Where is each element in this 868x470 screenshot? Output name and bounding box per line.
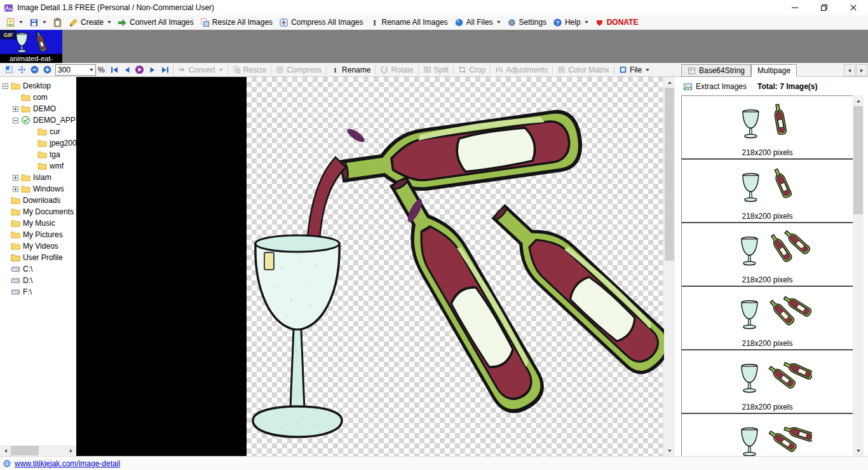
file-button[interactable]: File — [616, 64, 653, 76]
transparency-checker-area — [247, 77, 664, 456]
website-link[interactable]: www.titikjejak.com/image-detail — [15, 459, 120, 468]
tab-multipage[interactable]: Multipage — [751, 64, 797, 77]
tree-item-drive-d[interactable]: D:\ — [0, 275, 76, 286]
select-tool-button[interactable] — [3, 64, 15, 76]
frame-thumbnail — [723, 161, 812, 212]
expand-box-icon[interactable] — [13, 106, 18, 112]
play-button[interactable] — [133, 64, 146, 76]
tree-label: DEMO — [33, 104, 56, 113]
help-button[interactable]: ? Help — [550, 16, 592, 29]
scroll-up-arrow[interactable] — [664, 77, 675, 88]
tab-base64string[interactable]: Base64String — [681, 64, 751, 77]
tree-item-com[interactable]: com — [0, 92, 76, 103]
zoom-percent-label: % — [98, 66, 105, 74]
tree-item-tga[interactable]: tga — [0, 149, 76, 160]
tree-item-demo[interactable]: DEMO — [0, 103, 76, 114]
tree-item-demo-app[interactable]: DEMO_APP — [0, 114, 76, 126]
scrollbar-thumb[interactable] — [665, 88, 674, 261]
new-image-button[interactable] — [3, 16, 26, 29]
fit-view-button[interactable] — [15, 64, 28, 76]
donate-button[interactable]: DONATE — [592, 16, 642, 29]
create-button[interactable]: Create — [65, 16, 114, 29]
tree-horizontal-scrollbar[interactable] — [0, 445, 76, 456]
next-frame-button[interactable] — [146, 64, 159, 76]
list-item-frame-4[interactable]: 218x200 pixels — [682, 287, 853, 350]
list-item-frame-5[interactable]: 218x200 pixels — [682, 350, 853, 414]
collapse-box-icon[interactable] — [13, 118, 18, 123]
image-canvas[interactable] — [76, 77, 664, 456]
list-item-frame-2[interactable]: 218x200 pixels — [682, 160, 853, 223]
list-item-frame-1[interactable]: 218x200 pixels — [682, 96, 853, 160]
scroll-right-arrow[interactable] — [65, 445, 76, 456]
folder-icon — [11, 242, 20, 251]
zoom-value-combobox[interactable]: 300 — [55, 64, 96, 76]
tree-item-user-profile[interactable]: User Profile — [0, 252, 76, 263]
tree-item-wmf[interactable]: wmf — [0, 160, 76, 172]
tree-label: My Documents — [23, 207, 74, 216]
settings-button[interactable]: Settings — [504, 16, 550, 29]
tree-item-my-videos[interactable]: My Videos — [0, 240, 76, 252]
rename-ibeam-icon: I — [370, 18, 379, 27]
tree-item-windows[interactable]: Windows — [0, 183, 76, 195]
filmstrip-selected-thumbnail[interactable]: GIF animated-eat- — [0, 30, 62, 63]
rename-all-button[interactable]: I Rename All Images — [367, 16, 451, 29]
color-matrix-button: Color Matrix — [554, 64, 613, 76]
svg-text:I: I — [372, 18, 376, 27]
paste-button[interactable] — [50, 16, 65, 29]
collapse-box-icon[interactable] — [3, 83, 8, 89]
list-item-frame-3[interactable]: 218x200 pixels — [682, 223, 853, 287]
split-label: Split — [434, 66, 449, 74]
dropdown-caret — [497, 21, 501, 24]
scroll-left-arrow[interactable] — [0, 445, 11, 456]
all-files-button[interactable]: All Files — [451, 16, 504, 29]
status-bar: www.titikjejak.com/image-detail — [0, 456, 868, 470]
close-button[interactable] — [839, 0, 868, 15]
tree-item-jpeg2000[interactable]: jpeg2000 — [0, 137, 76, 149]
pan-arrows-icon — [18, 66, 26, 74]
minimize-button[interactable] — [780, 0, 810, 15]
scroll-up-arrow[interactable] — [853, 95, 864, 106]
adjustments-label: Adjustments — [506, 66, 548, 74]
tab-scroll-left-button[interactable] — [844, 64, 855, 76]
tree-item-drive-c[interactable]: C:\ — [0, 263, 76, 275]
canvas-vertical-scrollbar[interactable] — [664, 77, 675, 456]
zoom-in-button[interactable] — [41, 64, 53, 76]
tab-base64string-label: Base64String — [699, 66, 745, 75]
tree-label: cur — [50, 127, 60, 136]
compress-all-button[interactable]: Compress All Images — [276, 16, 366, 29]
resize-all-button[interactable]: Resize All Images — [197, 16, 276, 29]
list-item-frame-6[interactable]: 218x200 pixels — [682, 414, 853, 456]
expand-box-icon[interactable] — [13, 186, 18, 192]
skip-last-icon — [161, 66, 170, 74]
last-frame-button[interactable] — [159, 64, 172, 76]
tree-item-my-pictures[interactable]: My Pictures — [0, 229, 76, 240]
folder-icon — [11, 219, 20, 228]
restore-button[interactable] — [810, 0, 839, 15]
extract-images-button[interactable]: Extract Images — [681, 81, 749, 92]
frame-size-label: 218x200 pixels — [742, 212, 792, 221]
convert-all-button[interactable]: Convert All Images — [114, 16, 197, 29]
scroll-down-arrow[interactable] — [853, 445, 864, 456]
rename-button[interactable]: I Rename — [328, 64, 374, 76]
tree-item-cur[interactable]: cur — [0, 126, 76, 137]
list-vertical-scrollbar[interactable] — [853, 95, 864, 456]
scroll-down-arrow[interactable] — [664, 445, 675, 456]
resize-icon — [200, 18, 210, 27]
tree-item-islam[interactable]: Islam — [0, 172, 76, 183]
expand-box-icon[interactable] — [13, 175, 18, 181]
tree-item-my-music[interactable]: My Music — [0, 218, 76, 229]
scrollbar-thumb[interactable] — [11, 446, 39, 455]
previous-frame-button[interactable] — [121, 64, 133, 76]
tree-item-drive-f[interactable]: F:\ — [0, 286, 76, 298]
folder-icon — [21, 184, 31, 193]
tree-item-downloads[interactable]: Downloads — [0, 195, 76, 206]
folder-icon — [37, 127, 47, 136]
tree-item-my-documents[interactable]: My Documents — [0, 206, 76, 218]
extract-images-icon — [683, 82, 693, 92]
zoom-out-button[interactable] — [28, 64, 41, 76]
scrollbar-thumb[interactable] — [853, 106, 863, 214]
first-frame-button[interactable] — [108, 64, 121, 76]
save-button[interactable] — [26, 16, 50, 29]
tab-scroll-right-button[interactable] — [856, 64, 867, 76]
tree-item-desktop[interactable]: Desktop — [0, 80, 76, 92]
